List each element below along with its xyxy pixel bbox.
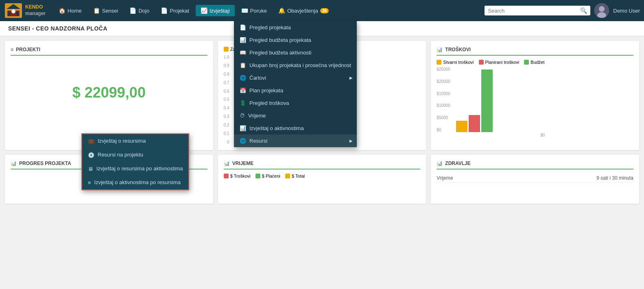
vrijeme-icon: 📊 [224,161,230,166]
izvjestaji-icon: 📈 [201,7,207,14]
vrijeme-title: 📊 VRIJEME [224,161,421,169]
projekat-icon: 📄 [161,7,168,14]
globe-icon: 🌐 [240,75,246,81]
bar-actual [456,121,467,132]
nav-projekat[interactable]: 📄 Projekat [156,5,194,16]
troskovi-card: 📊 TROŠKOVI Stvarni troškovi Planirani tr… [431,41,639,150]
legend-dot-planirani [479,60,484,65]
zdravlje-card: 📊 ZDRAVLJE Vrijeme 9 sati i 30 minuta [431,155,639,204]
resursi-submenu: 💼 Izvještaj o resursima 💿 Resursi na pro… [81,133,189,190]
submenu-izvjestaj-resursima-aktivnostima[interactable]: 🖥 Izvještaj o resursima po aktivnostima [82,162,188,176]
submenu-izvjestaj-resursima[interactable]: 💼 Izvještaj o resursima [82,134,188,148]
nav-sensei-label: Sensei [102,8,118,14]
dropdown-pregled-projekata[interactable]: 📄 Pregled projekata [234,21,357,34]
zdravlje-row-0: Vrijeme 9 sati i 30 minuta [437,174,633,183]
page-title: SENSEI - CEO NADZORNA PLOČA [8,25,107,32]
book-icon: 📖 [240,50,246,56]
projekti-icon: ≡ [11,47,13,52]
nav-home[interactable]: 🏠 Home [54,5,87,16]
nav-menu: 🏠 Home 📋 Sensei 📄 Dojo 📄 Projekat 📈 Izvj… [54,5,485,16]
legend-dot-budzet [524,60,529,65]
nav-obavjestenja-label: Obavještenja [287,8,318,14]
briefcase-icon: 💼 [88,138,94,144]
dropdown-cartovi[interactable]: 🌐 Čartovi [234,72,357,84]
submenu-izvjestaj-aktivnostima-resursima[interactable]: ≡ Izvještaj o aktivnostima po resursima [82,176,188,189]
dropdown-pregled-budzeta-projekata[interactable]: 📊 Pregled budžeta projekata [234,34,357,46]
bar-planned [469,115,480,132]
legend-dot-zavrsene [224,47,229,52]
izvjestaji-dropdown: 📄 Pregled projekata 📊 Pregled budžeta pr… [234,21,357,147]
troskovi-legend: Stvarni troškovi Planirani troškovi Budž… [437,60,633,65]
projekti-title: ≡ PROJEKTI [11,47,207,56]
time-icon: ⏱ [240,113,245,119]
troskovi-yaxis: $0 $5000 $10000 $15000 $20000 $25000 [437,67,450,132]
legend-placeni: $ Plaćeni [255,174,280,178]
zdravlje-icon: 📊 [437,161,443,166]
home-icon: 🏠 [59,7,65,14]
logo[interactable]: KENDO manager [4,2,46,19]
legend-total: $ Total [285,174,305,178]
legend-dot-total [285,174,290,178]
projekti-value: $ 22099,00 [11,76,207,109]
status-yaxis: 1.0 0.9 0.8 0.7 0.6 0.5 0.4 0.3 0.2 0.1 … [224,55,229,144]
dojo-icon: 📄 [129,7,136,14]
bar-budget [481,70,493,132]
bar-icon: 📊 [240,125,246,131]
progres-icon: 📊 [11,161,17,166]
dropdown-resursi[interactable]: 🌐 Resursi [234,135,357,147]
troskovi-chart-icon: 📊 [437,47,443,52]
svg-rect-5 [8,12,11,15]
troskovi-bars: $0 [452,67,633,137]
svg-point-8 [599,6,605,12]
sensei-icon: 📋 [93,7,100,14]
calendar-icon: 📅 [240,87,246,93]
search-button[interactable]: 🔍 [580,7,587,14]
nav-dojo-label: Dojo [138,8,149,14]
legend-budzet: Budžet [524,60,544,65]
nav-projekat-label: Projekat [170,8,189,14]
nav-izvjestaji-label: Izvještaji [210,8,230,14]
dropdown-plan-projekata[interactable]: 📅 Plan projekata [234,84,357,97]
search-input[interactable] [488,8,580,14]
zdravlje-title: 📊 ZDRAVLJE [437,161,633,169]
dropdown-pregled-troskova[interactable]: 💲 Pregled troškova [234,97,357,109]
disc-icon: 💿 [88,152,94,158]
legend-dot-placeni [255,174,260,178]
bar-group-1 [456,70,629,132]
dropdown-izvjestaj-aktivnostima[interactable]: 📊 Izvještaj o aktivnostima [234,122,357,135]
navbar: KENDO manager 🏠 Home 📋 Sensei 📄 Dojo 📄 P… [0,0,644,21]
avatar[interactable] [594,3,609,18]
nav-sensei[interactable]: 📋 Sensei [88,5,123,16]
notification-badge: 36 [320,8,329,13]
navbar-right: 🔍 Demo User [485,3,640,18]
vrijeme-legend: $ Troškovi $ Plaćeni $ Total [224,174,421,178]
submenu-resursi-projektu[interactable]: 💿 Resursi na projektu [82,148,188,162]
logo-text: KENDO manager [25,4,46,17]
dropdown-vrijeme[interactable]: ⏱ Vrijeme [234,109,357,122]
bar-label: $0 [452,133,633,137]
monitor-icon: 🖥 [88,166,93,172]
nav-dojo[interactable]: 📄 Dojo [124,5,154,16]
svg-point-4 [11,9,15,13]
dropdown-pregled-budzeta-aktivnosti[interactable]: 📖 Pregled budžeta aktivnosti [234,46,357,59]
bar-chart [452,67,633,132]
nav-izvjestaji[interactable]: 📈 Izvještaji [196,5,235,16]
dollar-icon: 💲 [240,100,246,106]
nav-obavjestenja[interactable]: 🔔 Obavještenja 36 [273,5,334,16]
nav-poruke-label: Poruke [250,8,267,14]
grid-icon: 📋 [240,62,246,68]
nav-poruke[interactable]: ✉️ Poruke [236,5,272,16]
legend-troskovi: $ Troškovi [224,174,251,178]
doc-icon: 📄 [240,24,246,30]
search-box[interactable]: 🔍 [485,6,590,15]
vrijeme-card: 📊 VRIJEME $ Troškovi $ Plaćeni $ Total [218,155,426,204]
bell-icon: 🔔 [278,7,285,14]
globe2-icon: 🌐 [240,138,246,144]
chart-icon: 📊 [240,37,246,43]
troskovi-title: 📊 TROŠKOVI [437,47,633,56]
legend-stvarni: Stvarni troškovi [437,60,474,65]
poruke-icon: ✉️ [241,7,248,14]
svg-rect-6 [16,12,19,15]
dropdown-ukupan-broj[interactable]: 📋 Ukupan broj projekata i prosečna vrije… [234,59,357,72]
troskovi-chart-area: $0 $5000 $10000 $15000 $20000 $25000 $0 [437,67,633,137]
